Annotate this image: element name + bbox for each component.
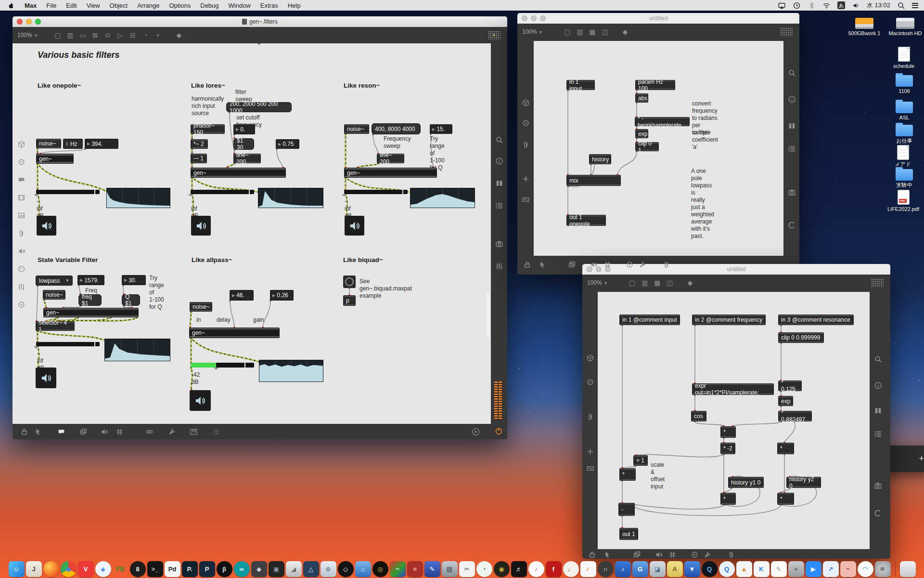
object-box[interactable]: * — [777, 493, 794, 505]
dock-firefox-icon[interactable] — [43, 561, 59, 577]
dock-intel-power-gadget-icon[interactable]: ↗ — [823, 561, 839, 577]
object-box[interactable]: cos — [691, 411, 706, 421]
object-box[interactable]: + 1 — [633, 455, 648, 466]
desktop-icon-life2022-pdf[interactable]: LIFE2022.pdf — [883, 189, 924, 212]
zoom-level-menu[interactable]: 100% ▼ — [17, 32, 38, 39]
dock-quicktime-7-icon[interactable]: Q — [719, 561, 735, 577]
menu-max[interactable]: Max — [20, 2, 41, 9]
airplay-icon[interactable] — [778, 1, 786, 10]
desktop-icon-500gbwork-1[interactable]: 500GBwork 1 — [844, 13, 885, 37]
dock-unity-icon[interactable]: ◇ — [338, 561, 354, 577]
object-box[interactable]: -~ 1 — [191, 154, 207, 163]
dock-medal-app-icon[interactable]: ◉ — [494, 561, 510, 577]
w2-left-cube-icon[interactable] — [586, 354, 594, 362]
w2-side-console-icon[interactable] — [874, 430, 882, 438]
paint-bucket-icon[interactable]: ◆ — [684, 279, 696, 287]
w2-side-snapshot-icon[interactable] — [874, 482, 882, 490]
filter-type-dropdown[interactable]: lowpass▼ — [36, 276, 73, 286]
number-box[interactable]: ▶0. — [233, 124, 255, 134]
menu-debug[interactable]: Debug — [195, 2, 223, 9]
number-box[interactable]: ▶1579. — [77, 275, 104, 285]
w1-side-search-icon[interactable] — [788, 69, 796, 77]
dock-chrome-icon[interactable]: ◉ — [61, 561, 77, 577]
search-icon[interactable] — [495, 136, 503, 144]
dock-radar-app-icon[interactable]: ◎ — [372, 561, 388, 577]
dock-blue-book-app-icon[interactable]: ✎ — [424, 561, 440, 577]
dock-wave-shield-app-icon[interactable]: ~ — [390, 561, 406, 577]
comment-panel-icon[interactable] — [17, 176, 26, 184]
desktop-icon--[interactable]: メアド — [883, 144, 923, 168]
desktop-icon--[interactable]: お仕事 — [884, 121, 924, 144]
titlebar[interactable]: untitled — [517, 13, 799, 24]
gen-object[interactable]: gen~ — [189, 328, 280, 338]
minimize-button[interactable] — [26, 19, 32, 25]
dock-pure-data-icon[interactable]: Pd — [165, 561, 180, 577]
gen-object[interactable]: gen~ — [344, 168, 437, 178]
inspector-icon[interactable] — [495, 157, 503, 165]
object-box[interactable]: * — [619, 468, 636, 481]
gain-slider[interactable] — [344, 190, 408, 194]
dock-free-mp3-app-icon[interactable]: ♪ — [615, 561, 631, 577]
message-box[interactable]: $1 30 — [233, 138, 254, 150]
message-box[interactable]: 400, 8000 4000 — [372, 123, 421, 134]
w2-side-inspector-icon[interactable] — [874, 381, 882, 390]
object-box[interactable]: in 2 @comment frequency — [692, 315, 766, 325]
dock-quicktime-icon[interactable]: Q — [702, 561, 718, 577]
object-box[interactable]: p — [343, 295, 356, 306]
object-box[interactable]: noise~ — [190, 302, 212, 312]
object-box[interactable]: in 3 @comment resonance — [778, 315, 854, 325]
dock-finder-icon[interactable]: ☺ — [9, 561, 25, 577]
dock-p-dark-app-icon[interactable]: P — [199, 561, 215, 577]
dock-arduino-icon[interactable]: ∞ — [234, 561, 250, 577]
object-box[interactable]: in 1 @comment input — [619, 315, 680, 325]
object-box[interactable]: selector~ 4 1 — [36, 321, 75, 331]
audio-toggle-button[interactable] — [37, 216, 56, 236]
dock-cube-3d-app-icon[interactable]: ◆ — [251, 561, 267, 577]
zoom-level-menu[interactable]: 100% ▼ — [522, 28, 543, 35]
dock-keynote-icon[interactable]: K — [754, 561, 770, 577]
dial-icon[interactable] — [17, 265, 26, 273]
object-box[interactable]: mix — [566, 175, 621, 186]
zoom-level-menu[interactable]: 100% ▼ — [587, 279, 608, 286]
w1-bottom-icon[interactable] — [603, 261, 612, 269]
spotlight-icon[interactable] — [897, 1, 905, 10]
paint-bucket-icon[interactable]: ◆ — [619, 28, 631, 36]
patcher-grid-icon[interactable] — [871, 278, 884, 287]
number-box[interactable]: ▶0.26 — [270, 290, 294, 301]
tools-icon[interactable] — [168, 428, 176, 436]
menu-extras[interactable]: Extras — [256, 2, 283, 9]
code-icon[interactable]: ◫ — [599, 28, 611, 36]
menu-arrange[interactable]: Arrange — [132, 2, 164, 9]
close-button[interactable] — [17, 19, 23, 25]
slider-icon[interactable]: ⊟ — [127, 31, 139, 39]
w1-left-clip-icon[interactable] — [522, 141, 530, 149]
w1-bottom-icon[interactable] — [523, 261, 531, 269]
close-button[interactable] — [522, 15, 527, 21]
paint-bucket-icon[interactable]: ◆ — [173, 31, 185, 39]
dock-terminal-icon[interactable]: >_ — [147, 561, 163, 577]
snippets-icon[interactable] — [17, 301, 26, 309]
dock-journal-app-icon[interactable]: J — [26, 561, 42, 577]
matrix-icon[interactable] — [212, 428, 220, 436]
dock-photo-cut-app-icon[interactable]: ✂ — [459, 561, 475, 577]
dock-wifi-app-icon[interactable]: ◠ — [858, 561, 873, 577]
dock-disk-utility-icon[interactable]: + — [788, 561, 804, 577]
object-box[interactable]: - — [618, 503, 635, 516]
object-box[interactable]: * 0.125 — [778, 381, 802, 391]
template-icon[interactable]: ▢ — [561, 28, 574, 36]
message-box[interactable]: Q $1 — [122, 294, 140, 306]
minimize-button[interactable] — [531, 15, 537, 21]
lock-icon[interactable] — [20, 428, 28, 436]
desktop-icon-1106[interactable]: 1106 — [884, 71, 924, 94]
dock-midi-keyboard-app-icon[interactable]: ♬ — [511, 561, 527, 577]
number-box[interactable]: ▶15. — [430, 124, 452, 134]
message-box[interactable]: freq $1 — [78, 294, 102, 306]
number-box[interactable]: ▶394. — [85, 139, 118, 149]
audio-power-button[interactable] — [495, 427, 503, 435]
template-icon[interactable]: ▢ — [626, 279, 639, 287]
toolbar-collapse-nub[interactable]: ▲ — [257, 40, 261, 45]
menu-file[interactable]: File — [41, 2, 61, 9]
object-box[interactable]: * 0.882497 — [778, 411, 812, 421]
console-icon[interactable] — [495, 201, 503, 210]
object-box[interactable]: clip 0 1 — [635, 142, 659, 151]
